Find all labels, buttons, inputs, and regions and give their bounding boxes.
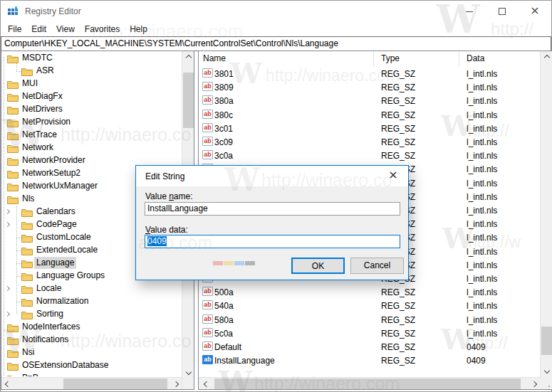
dialog-close-button[interactable]: × <box>378 166 408 186</box>
tree-item-network[interactable]: Network <box>1 142 181 154</box>
menu-help[interactable]: Help <box>125 23 152 36</box>
expand-chevron-icon[interactable] <box>5 222 10 227</box>
value-type: REG_SZ <box>381 151 415 161</box>
scroll-down-arrow-icon[interactable] <box>182 366 194 378</box>
list-horizontal-scrollbar[interactable] <box>199 377 541 389</box>
value-data: l_intl.nls <box>467 69 497 79</box>
registry-value-580a[interactable]: ab580aREG_SZl_intl.nls <box>199 313 540 327</box>
tree-connector-stub <box>16 276 21 277</box>
column-header-data[interactable]: Data <box>467 53 484 63</box>
registry-value-380a[interactable]: ab380aREG_SZl_intl.nls <box>199 94 540 107</box>
value-data-input[interactable]: 0409 <box>145 235 400 248</box>
value-data: 0409 <box>467 356 486 366</box>
tree-item-mui[interactable]: MUI <box>1 78 181 90</box>
resize-grip[interactable] <box>548 386 550 387</box>
tree-item-pnp[interactable]: PnP <box>1 372 181 376</box>
column-header-name[interactable]: Name <box>203 53 226 63</box>
column-separator[interactable] <box>459 51 459 67</box>
expand-chevron-icon[interactable] <box>5 312 10 317</box>
minimize-button[interactable] <box>453 1 486 22</box>
close-button[interactable]: × <box>519 1 551 22</box>
folder-icon <box>7 361 19 370</box>
string-value-icon: ab <box>202 68 213 78</box>
string-value-icon: ab <box>202 300 213 309</box>
tree-item-osextensiondatabase[interactable]: OSExtensionDatabase <box>1 359 181 372</box>
menu-file[interactable]: File <box>3 23 26 36</box>
scroll-left-arrow-icon[interactable] <box>200 378 212 390</box>
scroll-up-arrow-icon[interactable] <box>182 51 194 63</box>
registry-value-540a[interactable]: ab540aREG_SZl_intl.nls <box>199 299 540 312</box>
string-value-icon: ab <box>202 355 213 364</box>
tree-item-label: ASR <box>34 65 56 77</box>
tree-item-label: ExtendedLocale <box>34 244 100 256</box>
tree-connector-stub <box>16 238 21 238</box>
folder-icon <box>21 309 33 319</box>
string-value-icon: ab <box>202 287 213 296</box>
scroll-left-arrow-icon[interactable] <box>1 378 14 390</box>
tree-item-nodeinterfaces[interactable]: NodeInterfaces <box>1 321 181 334</box>
expand-chevron-icon[interactable] <box>5 286 10 291</box>
value-type: REG_SZ <box>381 110 415 120</box>
tree-item-label: NetProvision <box>20 116 73 128</box>
scroll-right-arrow-icon[interactable] <box>170 378 182 390</box>
list-vscroll-thumb[interactable] <box>541 327 552 355</box>
value-type: REG_SZ <box>381 83 415 92</box>
tree-item-label: PnP <box>20 372 41 376</box>
tree-item-nsi[interactable]: Nsi <box>1 346 181 359</box>
folder-icon <box>21 284 33 293</box>
registry-value-3c01[interactable]: ab3c01REG_SZl_intl.nls <box>199 122 540 135</box>
registry-value-3809[interactable]: ab3809REG_SZl_intl.nls <box>199 80 540 94</box>
edit-string-dialog: Edit String × Value name: InstallLanguag… <box>135 165 409 280</box>
value-data: l_intl.nls <box>467 137 497 147</box>
column-header-type[interactable]: Type <box>381 53 400 63</box>
tree-item-locale[interactable]: Locale <box>1 282 181 295</box>
scroll-up-arrow-icon[interactable] <box>541 51 552 63</box>
tree-item-netprovision[interactable]: NetProvision <box>1 116 181 129</box>
tree-item-label: Network <box>20 142 56 154</box>
expand-chevron-icon[interactable] <box>5 209 10 214</box>
registry-value-3c09[interactable]: ab3c09REG_SZl_intl.nls <box>199 135 540 149</box>
column-separator[interactable] <box>373 51 374 67</box>
menu-view[interactable]: View <box>51 23 80 36</box>
tree-item-sorting[interactable]: Sorting <box>1 308 181 321</box>
registry-value-3c0a[interactable]: ab3c0aREG_SZl_intl.nls <box>199 149 540 162</box>
tree-item-notifications[interactable]: Notifications <box>1 334 181 346</box>
cancel-button[interactable]: Cancel <box>350 258 404 274</box>
tree-item-netdrivers[interactable]: NetDrivers <box>1 103 181 116</box>
registry-value-installlanguage[interactable]: abInstallLanguageREG_SZ0409 <box>199 354 540 367</box>
registry-value-380c[interactable]: ab380cREG_SZl_intl.nls <box>199 108 540 122</box>
list-vertical-scrollbar[interactable] <box>540 51 552 389</box>
ok-button[interactable]: OK <box>291 258 345 274</box>
value-name: InstallLanguage <box>214 356 275 366</box>
tree-horizontal-scrollbar[interactable] <box>1 377 182 389</box>
folder-icon <box>7 348 19 357</box>
maximize-button[interactable] <box>486 1 519 22</box>
string-value-icon: ab <box>202 150 213 159</box>
tree-item-netdiagfx[interactable]: NetDiagFx <box>1 90 181 103</box>
registry-value-500a[interactable]: ab500aREG_SZl_intl.nls <box>199 285 540 299</box>
registry-value-default[interactable]: abDefaultREG_SZ0409 <box>199 340 540 354</box>
menu-edit[interactable]: Edit <box>26 23 51 36</box>
string-value-icon: ab <box>202 95 213 105</box>
registry-value-5c0a[interactable]: ab5c0aREG_SZl_intl.nls <box>199 327 540 340</box>
value-data: l_intl.nls <box>467 192 497 202</box>
value-name-input[interactable]: InstallLanguage <box>145 202 400 216</box>
address-bar-input[interactable]: Computer\HKEY_LOCAL_MACHINE\SYSTEM\Curre… <box>1 36 551 51</box>
scroll-down-arrow-icon[interactable] <box>541 364 552 376</box>
value-name: 3c01 <box>214 124 233 134</box>
value-type: REG_SZ <box>381 315 415 325</box>
tree-item-nettrace[interactable]: NetTrace <box>1 129 181 142</box>
folder-icon <box>7 194 19 203</box>
value-type: REG_SZ <box>381 301 415 311</box>
tree-item-label: OSExtensionDatabase <box>20 359 110 371</box>
tree-item-msdtc[interactable]: MSDTC <box>1 52 181 65</box>
scroll-right-arrow-icon[interactable] <box>528 378 540 390</box>
tree-item-normalization[interactable]: Normalization <box>1 295 181 308</box>
tree-item-asr[interactable]: ASR <box>1 65 181 78</box>
menu-favorites[interactable]: Favorites <box>80 23 125 36</box>
tree-hscroll-thumb[interactable] <box>63 378 167 389</box>
tree-vscroll-thumb[interactable] <box>183 73 194 128</box>
registry-value-3801[interactable]: ab3801REG_SZl_intl.nls <box>199 67 540 80</box>
list-hscroll-thumb[interactable] <box>214 378 521 389</box>
tree-connector-stub <box>16 302 21 302</box>
